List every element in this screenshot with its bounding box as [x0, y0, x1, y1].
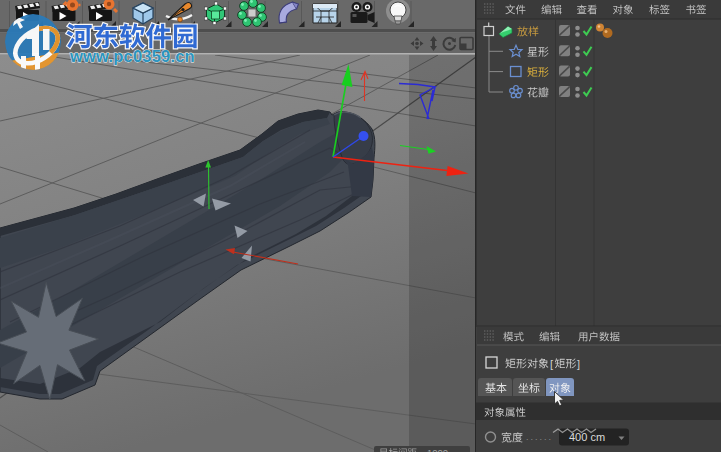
svg-text:......: ...... [526, 432, 553, 442]
svg-text:1000: 1000 [427, 447, 448, 452]
svg-text:]: ] [577, 358, 580, 370]
svg-text:[: [ [550, 358, 553, 370]
svg-text:400 cm: 400 cm [569, 431, 605, 443]
svg-text:www.pc0359.cn: www.pc0359.cn [69, 47, 195, 65]
